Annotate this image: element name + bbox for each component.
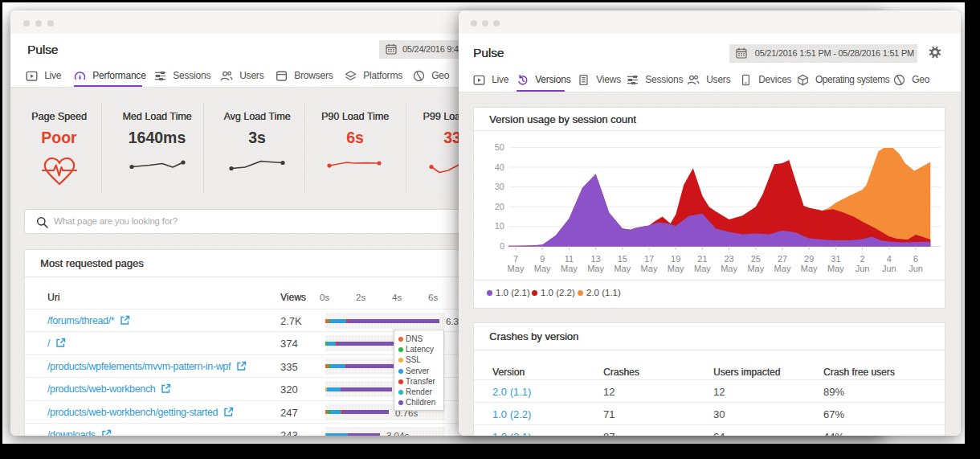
svg-text:40: 40 [495, 162, 504, 172]
svg-text:Jun: Jun [909, 264, 923, 273]
svg-text:31: 31 [831, 254, 840, 264]
svg-text:4: 4 [887, 254, 892, 264]
svg-text:11: 11 [565, 254, 574, 264]
svg-text:May: May [641, 264, 658, 273]
svg-text:May: May [561, 264, 578, 273]
svg-text:20: 20 [495, 202, 504, 211]
svg-text:30: 30 [495, 182, 504, 191]
svg-text:2: 2 [860, 254, 865, 264]
svg-text:May: May [801, 264, 818, 273]
svg-text:May: May [587, 264, 604, 273]
svg-text:29: 29 [804, 254, 814, 264]
svg-text:19: 19 [671, 254, 680, 264]
svg-text:0: 0 [500, 241, 504, 251]
svg-text:9: 9 [540, 254, 545, 264]
svg-text:May: May [694, 264, 711, 273]
svg-text:13: 13 [590, 254, 600, 264]
svg-text:7: 7 [513, 254, 518, 264]
svg-text:May: May [614, 264, 631, 273]
svg-text:10: 10 [495, 221, 504, 231]
svg-text:6: 6 [913, 254, 918, 264]
svg-text:May: May [508, 264, 525, 273]
svg-text:17: 17 [644, 254, 654, 264]
svg-text:May: May [721, 264, 737, 273]
svg-text:Jun: Jun [882, 264, 896, 273]
svg-text:May: May [747, 264, 764, 273]
svg-text:15: 15 [618, 254, 627, 264]
svg-text:May: May [774, 264, 791, 273]
svg-text:25: 25 [751, 254, 761, 264]
svg-text:May: May [534, 264, 551, 273]
svg-text:23: 23 [724, 254, 733, 264]
svg-text:May: May [827, 264, 844, 273]
svg-text:Jun: Jun [855, 264, 870, 273]
svg-text:May: May [668, 264, 684, 273]
svg-text:21: 21 [697, 254, 707, 264]
svg-text:27: 27 [778, 254, 787, 264]
svg-text:50: 50 [495, 142, 504, 152]
